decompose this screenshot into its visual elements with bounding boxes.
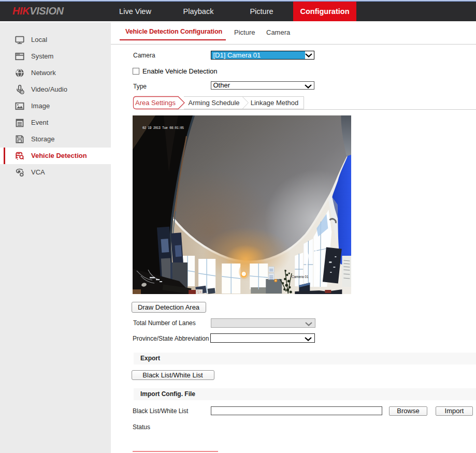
- svg-text:02 19 2013 Tue 08:01:05: 02 19 2013 Tue 08:01:05: [142, 125, 184, 130]
- svg-text:Area Settings: Area Settings: [135, 99, 176, 107]
- svg-text:Linkage Method: Linkage Method: [251, 99, 299, 107]
- svg-text:Arming Schedule: Arming Schedule: [189, 99, 240, 107]
- svg-text:Camera 01: Camera 01: [291, 274, 308, 279]
